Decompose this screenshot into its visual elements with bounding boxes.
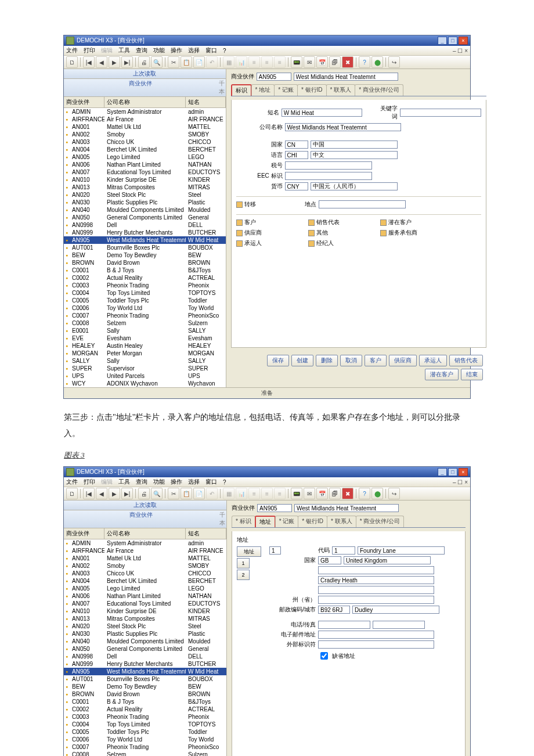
menu-help[interactable]: ?	[223, 48, 226, 54]
table-row[interactable]: ●AN0998DellDELL	[64, 653, 226, 660]
table-row[interactable]: ●HEALEYAustin HealeyHEALEY	[64, 342, 226, 350]
table-row[interactable]: ●BROWNDavid BrownBROWN	[64, 259, 226, 267]
tab-identity[interactable]: * 标识	[232, 516, 255, 527]
company-input[interactable]	[285, 123, 401, 131]
grid-body-2[interactable]: ●ADMINSystem Administratoradmin●AIRFRANC…	[64, 539, 226, 756]
table-row[interactable]: ●AN0999Henry Butcher MerchantsBUTCHER	[64, 660, 226, 668]
table-row[interactable]: ●C0003Pheonix TradingPheonix	[64, 282, 226, 289]
cal-icon[interactable]: 📅	[316, 488, 328, 499]
hint-icon[interactable]: ⬤	[371, 488, 383, 499]
table-row[interactable]: ●AN003Chicco UKCHICCO	[64, 138, 226, 146]
table-row[interactable]: ●WCYADONIX WychavonWychavon	[64, 380, 226, 387]
prev-icon[interactable]: ◀	[96, 488, 107, 499]
footer-button[interactable]: 承运人	[419, 355, 447, 366]
table-row[interactable]: ●AN040Moulded Components LimitedMoulded	[64, 638, 226, 645]
pane-pin-icon[interactable]: 千本	[218, 511, 226, 527]
addr-row-1[interactable]: 1	[237, 558, 250, 568]
pane-lastread[interactable]: 上次读取	[64, 69, 226, 79]
table-row[interactable]: ●AN050General Components LimitedGeneral	[64, 214, 226, 221]
table-row[interactable]: ●AN001Mattel Uk LtdMATTEL	[64, 123, 226, 131]
table-row[interactable]: ●E0001SallySALLY	[64, 327, 226, 334]
table-row[interactable]: ●EVEEveshamEvesham	[64, 334, 226, 342]
search-icon[interactable]: 🔍	[151, 488, 163, 499]
table-row[interactable]: ●AUT001Bournville Boxes PlcBOUBOX	[64, 675, 226, 683]
footer-button[interactable]: 潜在客户	[425, 369, 459, 380]
minimize-button[interactable]: _	[438, 37, 447, 45]
paste-icon[interactable]: 📄	[193, 56, 205, 68]
footer-button[interactable]: 供应商	[389, 355, 417, 366]
table-row[interactable]: ●AUT001Bournville Boxes PlcBOUBOX	[64, 244, 226, 251]
bp-code-input[interactable]	[257, 73, 291, 81]
menu-op[interactable]: 操作	[171, 46, 182, 55]
table-row[interactable]: ●AN010Kinder Surprise DEKINDER	[64, 176, 226, 183]
help-icon[interactable]: ?	[359, 56, 370, 68]
table-row[interactable]: ●AN007Educational Toys LimitedEDUCTOYS	[64, 600, 226, 607]
pane-pin-icon[interactable]: 千本	[218, 80, 226, 96]
last-icon[interactable]: ▶|	[121, 56, 133, 68]
doc-icon[interactable]: 🗐	[329, 488, 341, 499]
tab-account[interactable]: * 记账	[275, 516, 299, 527]
table-row[interactable]: ●AN002SmobySMOBY	[64, 131, 226, 138]
table-row[interactable]: ●AN030Plastic Supplies PlcPlastic	[64, 199, 226, 206]
table-row[interactable]: ●AIRFRANCEAir FranceAIR FRANCE	[64, 547, 226, 555]
footer-button[interactable]: 客户	[365, 355, 387, 366]
addr-code-desc[interactable]	[358, 546, 445, 555]
email-input[interactable]	[318, 631, 434, 639]
menu-print[interactable]: 打印	[84, 46, 95, 55]
next-icon[interactable]: ▶	[109, 56, 120, 68]
doc-close[interactable]: – ☐ ×	[453, 48, 468, 54]
table-row[interactable]: ●AN003Chicco UKCHICCO	[64, 570, 226, 577]
menu-func[interactable]: 功能	[153, 46, 165, 55]
table-row[interactable]: ●AN0998DellDELL	[64, 221, 226, 229]
addr-line1[interactable]	[318, 566, 434, 574]
addr-line3[interactable]	[318, 586, 434, 594]
menu-tools[interactable]: 工具	[118, 46, 130, 55]
next-icon[interactable]: ▶	[109, 488, 120, 499]
tab-address[interactable]: 地址	[255, 516, 276, 527]
table-row[interactable]: ●C0006Toy World LtdToy World	[64, 736, 226, 743]
table-row[interactable]: ●AN013Mitras CompositesMITRAS	[64, 615, 226, 622]
lang-code-input[interactable]	[285, 151, 308, 159]
tab-bank[interactable]: * 银行ID	[298, 516, 327, 527]
table-row[interactable]: ●C0002Actual RealityACTREAL	[64, 705, 226, 713]
tax-input[interactable]	[285, 161, 372, 170]
calc-icon[interactable]: 📟	[291, 56, 302, 68]
minimize-button[interactable]: _	[438, 468, 447, 476]
lang-name-input[interactable]	[311, 151, 398, 159]
table-row[interactable]: ●AN006Nathan Plant LimitedNATHAN	[64, 592, 226, 600]
cut-icon[interactable]: ✂	[168, 488, 179, 499]
checkbox-item[interactable]: 承运人	[236, 239, 294, 247]
table-row[interactable]: ●AN0999Henry Butcher MerchantsBUTCHER	[64, 229, 226, 236]
default-addr-checkbox[interactable]	[320, 652, 328, 660]
copy-icon[interactable]: 📋	[181, 56, 192, 68]
table-row[interactable]: ●AN001Mattel Uk LtdMATTEL	[64, 555, 226, 562]
table-row[interactable]: ●C0008SelzemSulzern	[64, 319, 226, 327]
table-row[interactable]: ●AN010Kinder Surprise DEKINDER	[64, 607, 226, 615]
table-row[interactable]: ●AN040Moulded Components LimitedMoulded	[64, 206, 226, 214]
table-row[interactable]: ●C0004Top Toys LimitedTOPTOYS	[64, 721, 226, 728]
tab-address[interactable]: * 地址	[251, 84, 275, 96]
table-row[interactable]: ●ADMINSystem Administratoradmin	[64, 108, 226, 116]
table-row[interactable]: ●AN030Plastic Supplies PlcPlastic	[64, 630, 226, 638]
tab-bpcomp[interactable]: * 商业伙伴/公司	[355, 84, 403, 96]
zipcity-input[interactable]	[352, 606, 439, 614]
copy-icon[interactable]: 📋	[181, 488, 192, 499]
doc-close[interactable]: – ☐ ×	[453, 479, 468, 485]
menu-window[interactable]: 窗口	[205, 46, 217, 55]
ext-input[interactable]	[318, 640, 434, 649]
tab-bank[interactable]: * 银行ID	[297, 84, 327, 96]
mail-icon[interactable]: ✉	[304, 488, 315, 499]
currency-code-input[interactable]	[285, 182, 308, 190]
search-icon[interactable]: 🔍	[151, 56, 163, 68]
stop-icon[interactable]: ✖	[342, 56, 353, 68]
table-row[interactable]: ●AN020Steel Stock PlcSteel	[64, 622, 226, 630]
checkbox-item[interactable]: 潜在客户	[380, 218, 438, 226]
table-row[interactable]: ●C0005Toddler Toys PlcToddler	[64, 297, 226, 304]
tab-account[interactable]: * 记账	[274, 84, 298, 96]
mail-icon[interactable]: ✉	[304, 56, 315, 68]
table-row[interactable]: ●AN005Lego LimitedLEGO	[64, 153, 226, 161]
maximize-button[interactable]: □	[448, 37, 457, 45]
table-row[interactable]: ●AN050General Components LimitedGeneral	[64, 645, 226, 653]
menu-select[interactable]: 选择	[188, 46, 200, 55]
table-row[interactable]: ●AN905West Midlands Heat TreatemntW Mid …	[64, 668, 226, 675]
